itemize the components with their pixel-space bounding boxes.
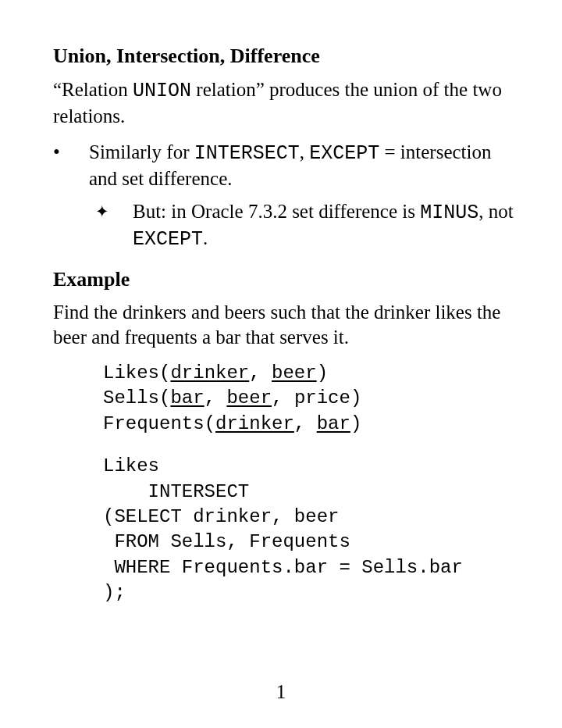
schema-block: Likes(drinker, beer) Sells(bar, beer, pr… — [103, 361, 515, 437]
schema-likes-a1: drinker — [170, 362, 249, 384]
schema-frequents-rel: Frequents — [103, 413, 205, 434]
intro-text-before: “Relation — [53, 79, 133, 100]
query-line-5: WHERE Frequents.bar = Sells.bar — [103, 557, 463, 578]
query-block: Likes INTERSECT (SELECT drinker, beer FR… — [103, 454, 515, 605]
query-line-3: (SELECT drinker, beer — [103, 506, 339, 527]
example-paragraph: Find the drinkers and beers such that th… — [53, 300, 515, 350]
diamond-marker-icon: ✦ — [95, 202, 109, 223]
document-page: Union, Intersection, Difference “Relatio… — [0, 0, 562, 728]
subbullet-text-before: But: in Oracle 7.3.2 set difference is — [133, 201, 420, 222]
schema-sells-a1: bar — [170, 387, 204, 409]
subbullet-code-1: MINUS — [420, 202, 478, 224]
bullet-item: • Similarly for INTERSECT, EXCEPT = inte… — [53, 140, 515, 253]
schema-frequents-a2: bar — [317, 413, 350, 434]
spacer — [53, 437, 515, 449]
schema-sells-a2: beer — [226, 387, 272, 409]
schema-frequents-a1: drinker — [215, 413, 294, 434]
sub-bullet-list: ✦ But: in Oracle 7.3.2 set difference is… — [89, 199, 515, 253]
query-line-1: Likes — [103, 455, 159, 476]
subbullet-text-after: . — [203, 227, 208, 248]
query-line-2: INTERSECT — [103, 481, 249, 502]
schema-likes-rel: Likes — [103, 362, 159, 384]
bullet-list: • Similarly for INTERSECT, EXCEPT = inte… — [53, 140, 515, 253]
bullet-marker-icon: • — [53, 140, 81, 165]
schema-likes-a2: beer — [272, 362, 317, 384]
intro-paragraph: “Relation UNION relation” produces the u… — [53, 77, 515, 129]
sub-bullet-item: ✦ But: in Oracle 7.3.2 set difference is… — [89, 199, 515, 253]
bullet-text-before: Similarly for — [89, 141, 194, 162]
page-number: 1 — [0, 681, 562, 703]
intro-code: UNION — [133, 80, 191, 102]
subbullet-code-2: EXCEPT — [133, 228, 203, 251]
schema-sells-a3: price — [294, 387, 350, 409]
section-heading: Union, Intersection, Difference — [53, 44, 515, 70]
schema-sells-rel: Sells — [103, 387, 159, 409]
example-heading: Example — [53, 267, 515, 293]
bullet-code-1: INTERSECT — [194, 142, 300, 165]
subbullet-mid-1: , not — [478, 201, 513, 222]
bullet-code-2: EXCEPT — [309, 142, 379, 165]
query-line-4: FROM Sells, Frequents — [103, 531, 350, 552]
bullet-mid-1: , — [300, 141, 310, 162]
query-line-6: ); — [103, 582, 126, 603]
